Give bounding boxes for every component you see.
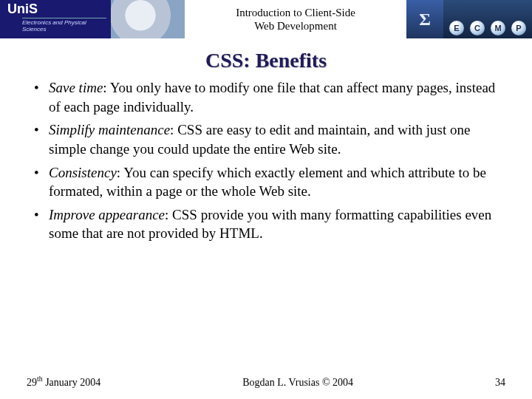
footer-date-day: 29 [27,377,37,388]
ball-m: M [491,21,505,35]
course-title-line1: Introduction to Client-Side [236,7,355,18]
bullet-term: Simplify maintenance [49,122,170,137]
banner: UniS Electronics and Physical Sciences I… [0,0,532,38]
bullet-text: : You only have to modify one file that … [49,80,495,115]
list-item: Improve appearance: CSS provide you with… [31,205,501,243]
bullet-term: Improve appearance [49,207,165,222]
course-title-line2: Web Development [254,20,337,32]
course-title-wrap: Introduction to Client-Side Web Developm… [185,0,406,38]
course-title: Introduction to Client-Side Web Developm… [236,6,355,33]
footer: 29th January 2004 Bogdan L. Vrusias © 20… [0,375,532,389]
slide-heading: CSS: Benefits [0,49,532,72]
footer-date-rest: January 2004 [43,377,101,388]
bullet-term: Consistency [49,165,117,180]
bullet-term: Save time [49,80,103,95]
university-logo-block: UniS Electronics and Physical Sciences [0,0,111,38]
department-text: Electronics and Physical Sciences [22,18,106,33]
letter-balls: E C M P [443,0,532,38]
bullet-list: Save time: You only have to modify one f… [31,78,501,243]
banner-right-strip: Σ E C M P [406,0,532,38]
ball-p: P [511,21,526,35]
banner-photo [111,0,185,38]
sigma-icon: Σ [406,0,443,38]
ball-c: C [470,21,485,35]
footer-date: 29th January 2004 [27,375,100,389]
list-item: Consistency: You can specify which exact… [31,163,501,201]
footer-date-suffix: th [37,375,43,383]
ball-e: E [449,21,464,35]
list-item: Simplify maintenance: CSS are easy to ed… [31,120,501,158]
list-item: Save time: You only have to modify one f… [31,78,501,116]
university-logo-text: UniS [7,1,38,17]
footer-author: Bogdan L. Vrusias © 2004 [242,377,353,389]
slide: UniS Electronics and Physical Sciences I… [0,0,532,399]
slide-body: Save time: You only have to modify one f… [0,78,532,243]
footer-page-number: 34 [495,377,505,389]
